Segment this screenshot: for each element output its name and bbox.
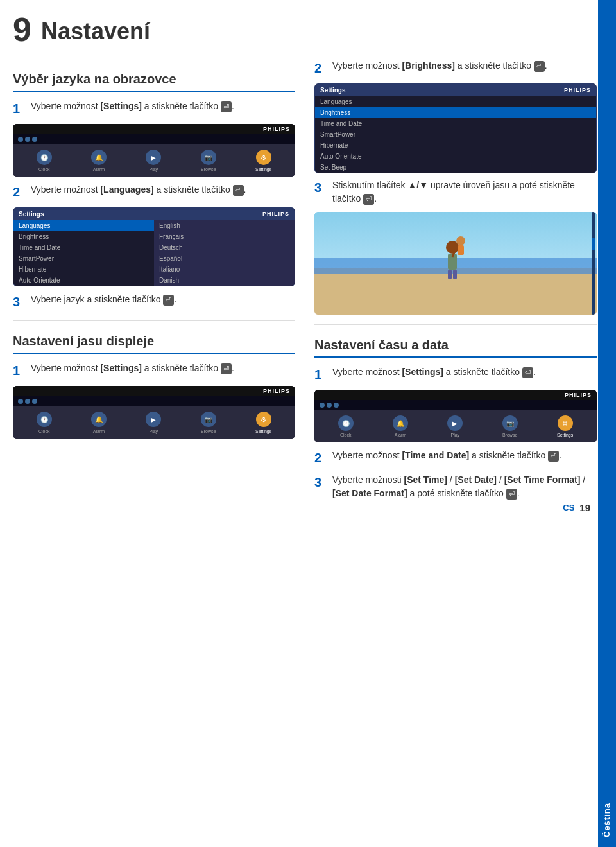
td-play-icon: ▶ xyxy=(447,415,463,431)
settings-right-col: English Français Deutsch Español Italian… xyxy=(154,220,295,286)
settings-title: Settings xyxy=(19,211,44,218)
page-header: 9 Nastavení xyxy=(13,13,597,46)
settings-icon-3: ⚙ xyxy=(256,412,271,427)
alarm-label-3: Alarm xyxy=(93,429,105,433)
alarm-icon-3: 🔔 xyxy=(91,412,107,427)
nav-alarm-3: 🔔 Alarm xyxy=(91,412,107,433)
settings-languages-container: Languages Brightness Time and Date Smart… xyxy=(13,220,295,286)
alarm-icon-1: 🔔 xyxy=(91,150,107,165)
brightness-step-text-1: Vyberte možnost [Settings] a stiskněte t… xyxy=(31,362,234,375)
lang-italiano: Italiano xyxy=(154,264,295,275)
device-screen-3: PHILIPS 🕐 Clock xyxy=(13,386,295,439)
page-footer: CS 19 xyxy=(563,502,590,513)
beach-photo xyxy=(314,212,597,315)
brightness-right-text-2: Vyberte možnost [Brightness] a stiskněte… xyxy=(332,59,547,73)
b-brightness: Brightness xyxy=(315,107,596,118)
lang-deutsch: Deutsch xyxy=(154,242,295,253)
settings-smartpower-item: SmartPower xyxy=(13,253,154,264)
play-icon-3: ▶ xyxy=(146,412,161,427)
step-number-2: 2 xyxy=(13,183,26,201)
b-timedate: Time and Date xyxy=(315,118,596,129)
brightness-settings-title: Settings xyxy=(320,87,345,94)
browse-icon-3: 📷 xyxy=(201,412,216,427)
td-alarm-label: Alarm xyxy=(395,433,406,437)
nav-play-1: ▶ Play xyxy=(146,150,161,171)
clock-label-3: Clock xyxy=(38,429,50,433)
philips-logo-1: PHILIPS xyxy=(263,126,290,132)
brightness-section-title: Nastavení jasu displeje xyxy=(13,334,154,348)
td-settings-label: Settings xyxy=(557,433,573,437)
clock-icon-1: 🕐 xyxy=(37,150,52,165)
play-icon-1: ▶ xyxy=(146,150,161,165)
settings-label-1: Settings xyxy=(255,167,271,171)
settings-languages-item: Languages xyxy=(13,220,154,231)
timedate-num-2: 2 xyxy=(314,449,327,467)
footer-page-number: 19 xyxy=(579,502,590,513)
brightness-step-1: 1 Vyberte možnost [Settings] a stiskněte… xyxy=(13,362,295,380)
timedate-num-1: 1 xyxy=(314,365,327,383)
nav-settings-3: ⚙ Settings xyxy=(255,412,271,433)
brightness-right-num-2: 2 xyxy=(314,59,327,77)
td-play: ▶ Play xyxy=(447,415,463,437)
timedate-text-2: Vyberte možnost [Time and Date] a stiskn… xyxy=(332,449,561,462)
brightness-section-header: Nastavení jasu displeje xyxy=(13,334,295,354)
brightness-settings-list: Languages Brightness Time and Date Smart… xyxy=(315,96,596,173)
language-tab: Čeština xyxy=(598,0,616,847)
nav-browse-1: 📷 Browse xyxy=(201,150,216,171)
page-title: Nastavení xyxy=(41,13,150,45)
settings-auto-orientate-item: Auto Orientate xyxy=(13,275,154,286)
svg-rect-5 xyxy=(458,245,464,255)
settings-left-col: Languages Brightness Time and Date Smart… xyxy=(13,220,154,286)
td-browse-label: Browse xyxy=(502,433,517,437)
left-column: Výběr jazyka na obrazovce 1 Vyberte možn… xyxy=(13,59,295,507)
browse-label-3: Browse xyxy=(201,429,216,433)
brightness-settings-header: Settings PHILIPS xyxy=(315,84,596,96)
browse-label-1: Browse xyxy=(201,167,216,171)
clock-icon-3: 🕐 xyxy=(37,412,52,427)
brightness-right-step-3: 3 Stisknutím tlačítek ▲/▼ upravte úroveň… xyxy=(314,179,597,205)
td-browse-icon: 📷 xyxy=(502,415,518,431)
lang-francais: Français xyxy=(154,231,295,242)
b-hibernate: Hibernate xyxy=(315,140,596,151)
b-smartpower: SmartPower xyxy=(315,129,596,140)
language-section-header: Výběr jazyka na obrazovce xyxy=(13,72,295,92)
timedate-section-title: Nastavení času a data xyxy=(314,338,449,352)
brightness-philips-logo: PHILIPS xyxy=(564,87,591,94)
lang-english: English xyxy=(154,220,295,231)
timedate-step-3: 3 Vyberte možnosti [Set Time] / [Set Dat… xyxy=(314,473,597,500)
nav-clock-3: 🕐 Clock xyxy=(37,412,52,433)
clock-label-1: Clock xyxy=(38,167,50,171)
svg-point-4 xyxy=(456,236,465,245)
device-screen-timedate: PHILIPS 🕐 Clock xyxy=(314,390,597,442)
right-column: 2 Vyberte možnost [Brightness] a stiskně… xyxy=(314,59,597,507)
timedate-step-1: 1 Vyberte možnost [Settings] a stiskněte… xyxy=(314,365,597,383)
td-alarm-icon: 🔔 xyxy=(393,415,408,431)
td-browse: 📷 Browse xyxy=(502,415,518,437)
device-settings-brightness: Settings PHILIPS Languages Brightness Ti… xyxy=(314,83,597,173)
lang-step-1: 1 Vyberte možnost [Settings] a stiskněte… xyxy=(13,100,295,118)
step-text-1: Vyberte možnost [Settings] a stiskněte t… xyxy=(31,100,234,113)
step-number-3: 3 xyxy=(13,293,26,311)
nav-settings-1: ⚙ Settings xyxy=(255,150,271,171)
timedate-step-2: 2 Vyberte možnost [Time and Date] a stis… xyxy=(314,449,597,467)
footer-lang: CS xyxy=(563,503,574,512)
lang-step-3: 3 Vyberte jazyk a stiskněte tlačítko ⏎. xyxy=(13,293,295,311)
timedate-text-1: Vyberte možnost [Settings] a stiskněte t… xyxy=(332,365,536,379)
device-screen-languages: Settings PHILIPS Languages Brightness Ti… xyxy=(13,207,295,286)
device-screen-1: PHILIPS 🕐 Clock xyxy=(13,124,295,177)
b-languages: Languages xyxy=(315,96,596,107)
brightness-step-num-1: 1 xyxy=(13,362,26,380)
step-number-1: 1 xyxy=(13,100,26,118)
philips-logo-td: PHILIPS xyxy=(565,392,592,398)
svg-rect-3 xyxy=(453,270,457,279)
settings-hibernate-item: Hibernate xyxy=(13,264,154,275)
alarm-label-1: Alarm xyxy=(93,167,105,171)
settings-brightness-item: Brightness xyxy=(13,231,154,242)
td-alarm: 🔔 Alarm xyxy=(393,415,408,437)
timedate-text-3: Vyberte možnosti [Set Time] / [Set Date]… xyxy=(332,473,597,500)
brightness-right-text-3: Stisknutím tlačítek ▲/▼ upravte úroveň j… xyxy=(332,179,597,205)
step-text-2: Vyberte možnost [Languages] a stiskněte … xyxy=(31,183,246,196)
nav-browse-3: 📷 Browse xyxy=(201,412,216,433)
td-settings-icon: ⚙ xyxy=(558,415,573,431)
b-auto-orientate: Auto Orientate xyxy=(315,151,596,162)
